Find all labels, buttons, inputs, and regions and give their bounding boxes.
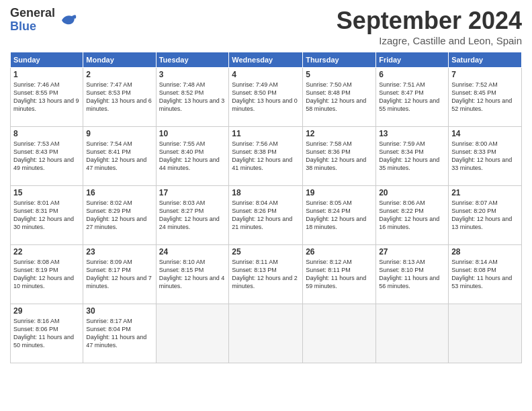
day-info: Sunrise: 8:04 AMSunset: 8:26 PMDaylight:… <box>232 199 300 232</box>
day-info: Sunrise: 7:49 AMSunset: 8:50 PMDaylight:… <box>232 81 300 113</box>
calendar-day-cell: 25Sunrise: 8:11 AMSunset: 8:13 PMDayligh… <box>229 245 303 304</box>
calendar-day-cell: 29Sunrise: 8:16 AMSunset: 8:06 PMDayligh… <box>11 304 83 363</box>
weekday-header: Thursday <box>303 52 376 68</box>
day-info: Sunrise: 8:11 AMSunset: 8:13 PMDaylight:… <box>232 258 300 291</box>
calendar-week-row: 29Sunrise: 8:16 AMSunset: 8:06 PMDayligh… <box>11 304 522 363</box>
day-info: Sunrise: 8:01 AMSunset: 8:31 PMDaylight:… <box>13 199 80 232</box>
day-info: Sunrise: 8:13 AMSunset: 8:10 PMDaylight:… <box>379 258 445 291</box>
day-number: 11 <box>232 129 300 138</box>
calendar-day-cell: 15Sunrise: 8:01 AMSunset: 8:31 PMDayligh… <box>11 186 83 245</box>
day-number: 8 <box>13 129 80 138</box>
calendar-week-row: 22Sunrise: 8:08 AMSunset: 8:19 PMDayligh… <box>11 245 522 304</box>
title-block: September 2024 Izagre, Castille and Leon… <box>337 7 522 46</box>
logo-line2: Blue <box>10 20 55 34</box>
day-info: Sunrise: 7:48 AMSunset: 8:52 PMDaylight:… <box>159 81 226 113</box>
logo-line1: General <box>10 7 55 20</box>
calendar-day-cell: 2Sunrise: 7:47 AMSunset: 8:53 PMDaylight… <box>83 68 156 127</box>
day-number: 17 <box>159 188 226 197</box>
weekday-header: Tuesday <box>156 52 229 68</box>
day-info: Sunrise: 8:00 AMSunset: 8:33 PMDaylight:… <box>451 140 519 173</box>
day-number: 22 <box>13 247 80 257</box>
day-number: 28 <box>451 247 519 257</box>
logo-bird-icon <box>58 10 78 30</box>
calendar-day-cell: 20Sunrise: 8:06 AMSunset: 8:22 PMDayligh… <box>376 186 449 245</box>
calendar-day-cell: 22Sunrise: 8:08 AMSunset: 8:19 PMDayligh… <box>11 245 83 304</box>
month-title: September 2024 <box>337 7 522 35</box>
calendar-table: SundayMondayTuesdayWednesdayThursdayFrid… <box>10 52 522 363</box>
calendar-week-row: 15Sunrise: 8:01 AMSunset: 8:31 PMDayligh… <box>11 186 522 245</box>
day-info: Sunrise: 8:16 AMSunset: 8:06 PMDaylight:… <box>13 317 80 350</box>
day-number: 1 <box>13 70 80 79</box>
day-number: 9 <box>86 129 152 138</box>
calendar-header-row: SundayMondayTuesdayWednesdayThursdayFrid… <box>11 52 522 68</box>
calendar-day-cell: 27Sunrise: 8:13 AMSunset: 8:10 PMDayligh… <box>376 245 449 304</box>
calendar-day-cell <box>376 304 449 363</box>
day-info: Sunrise: 7:58 AMSunset: 8:36 PMDaylight:… <box>306 140 373 173</box>
calendar-day-cell: 5Sunrise: 7:50 AMSunset: 8:48 PMDaylight… <box>303 68 376 127</box>
calendar-body: 1Sunrise: 7:46 AMSunset: 8:55 PMDaylight… <box>11 68 522 363</box>
calendar-day-cell: 18Sunrise: 8:04 AMSunset: 8:26 PMDayligh… <box>229 186 303 245</box>
day-number: 12 <box>306 129 373 138</box>
day-info: Sunrise: 8:07 AMSunset: 8:20 PMDaylight:… <box>451 199 519 232</box>
day-info: Sunrise: 7:50 AMSunset: 8:48 PMDaylight:… <box>306 81 373 113</box>
header: General Blue September 2024 Izagre, Cast… <box>10 7 522 46</box>
calendar-day-cell: 4Sunrise: 7:49 AMSunset: 8:50 PMDaylight… <box>229 68 303 127</box>
day-number: 20 <box>379 188 445 197</box>
calendar-day-cell: 11Sunrise: 7:56 AMSunset: 8:38 PMDayligh… <box>229 127 303 186</box>
weekday-header: Friday <box>376 52 449 68</box>
logo-text: General Blue <box>10 7 55 34</box>
calendar-day-cell <box>303 304 376 363</box>
day-number: 10 <box>159 129 226 138</box>
calendar-day-cell: 1Sunrise: 7:46 AMSunset: 8:55 PMDaylight… <box>11 68 83 127</box>
day-number: 6 <box>379 70 445 79</box>
day-info: Sunrise: 8:17 AMSunset: 8:04 PMDaylight:… <box>86 317 152 350</box>
day-number: 26 <box>306 247 373 257</box>
day-info: Sunrise: 7:47 AMSunset: 8:53 PMDaylight:… <box>86 81 152 113</box>
day-number: 4 <box>232 70 300 79</box>
day-number: 7 <box>451 70 519 79</box>
day-number: 13 <box>379 129 445 138</box>
calendar-day-cell <box>156 304 229 363</box>
logo: General Blue <box>10 7 78 34</box>
day-info: Sunrise: 7:54 AMSunset: 8:41 PMDaylight:… <box>86 140 152 173</box>
calendar-week-row: 1Sunrise: 7:46 AMSunset: 8:55 PMDaylight… <box>11 68 522 127</box>
calendar-day-cell: 6Sunrise: 7:51 AMSunset: 8:47 PMDaylight… <box>376 68 449 127</box>
day-number: 16 <box>86 188 152 197</box>
day-info: Sunrise: 8:12 AMSunset: 8:11 PMDaylight:… <box>306 258 373 291</box>
calendar-page: General Blue September 2024 Izagre, Cast… <box>0 0 532 411</box>
calendar-day-cell: 8Sunrise: 7:53 AMSunset: 8:43 PMDaylight… <box>11 127 83 186</box>
day-info: Sunrise: 8:03 AMSunset: 8:27 PMDaylight:… <box>159 199 226 232</box>
day-info: Sunrise: 8:05 AMSunset: 8:24 PMDaylight:… <box>306 199 373 232</box>
day-number: 29 <box>13 306 80 316</box>
calendar-day-cell: 14Sunrise: 8:00 AMSunset: 8:33 PMDayligh… <box>449 127 522 186</box>
calendar-day-cell: 26Sunrise: 8:12 AMSunset: 8:11 PMDayligh… <box>303 245 376 304</box>
day-number: 19 <box>306 188 373 197</box>
day-info: Sunrise: 8:08 AMSunset: 8:19 PMDaylight:… <box>13 258 80 291</box>
calendar-day-cell <box>449 304 522 363</box>
calendar-day-cell: 19Sunrise: 8:05 AMSunset: 8:24 PMDayligh… <box>303 186 376 245</box>
calendar-day-cell <box>229 304 303 363</box>
day-number: 21 <box>451 188 519 197</box>
day-number: 25 <box>232 247 300 257</box>
weekday-header: Wednesday <box>229 52 303 68</box>
day-info: Sunrise: 8:14 AMSunset: 8:08 PMDaylight:… <box>451 258 519 291</box>
calendar-day-cell: 21Sunrise: 8:07 AMSunset: 8:20 PMDayligh… <box>449 186 522 245</box>
calendar-day-cell: 9Sunrise: 7:54 AMSunset: 8:41 PMDaylight… <box>83 127 156 186</box>
day-number: 14 <box>451 129 519 138</box>
day-number: 23 <box>86 247 152 257</box>
day-number: 2 <box>86 70 152 79</box>
day-info: Sunrise: 7:56 AMSunset: 8:38 PMDaylight:… <box>232 140 300 173</box>
calendar-day-cell: 12Sunrise: 7:58 AMSunset: 8:36 PMDayligh… <box>303 127 376 186</box>
calendar-day-cell: 28Sunrise: 8:14 AMSunset: 8:08 PMDayligh… <box>449 245 522 304</box>
day-number: 24 <box>159 247 226 257</box>
calendar-day-cell: 7Sunrise: 7:52 AMSunset: 8:45 PMDaylight… <box>449 68 522 127</box>
calendar-day-cell: 3Sunrise: 7:48 AMSunset: 8:52 PMDaylight… <box>156 68 229 127</box>
weekday-header: Sunday <box>11 52 83 68</box>
day-info: Sunrise: 7:53 AMSunset: 8:43 PMDaylight:… <box>13 140 80 173</box>
calendar-day-cell: 24Sunrise: 8:10 AMSunset: 8:15 PMDayligh… <box>156 245 229 304</box>
day-info: Sunrise: 8:02 AMSunset: 8:29 PMDaylight:… <box>86 199 152 232</box>
day-info: Sunrise: 7:52 AMSunset: 8:45 PMDaylight:… <box>451 81 519 113</box>
weekday-header: Monday <box>83 52 156 68</box>
day-number: 27 <box>379 247 445 257</box>
calendar-day-cell: 23Sunrise: 8:09 AMSunset: 8:17 PMDayligh… <box>83 245 156 304</box>
